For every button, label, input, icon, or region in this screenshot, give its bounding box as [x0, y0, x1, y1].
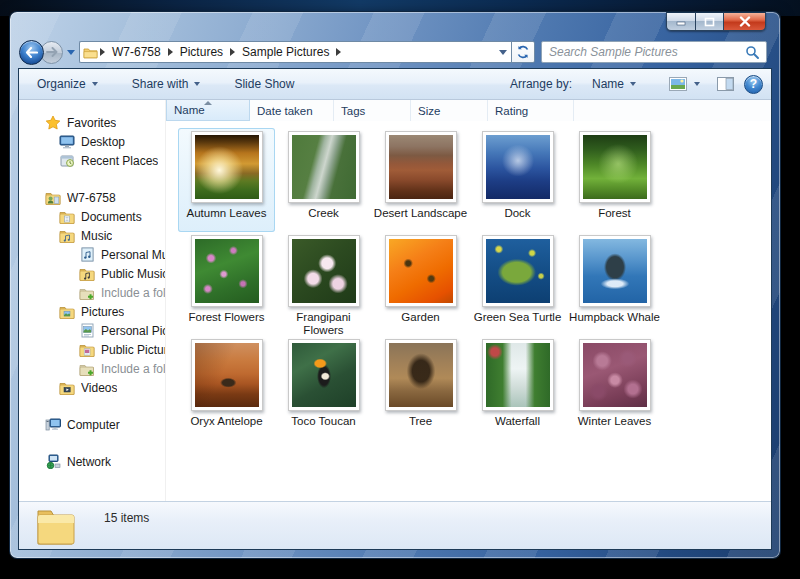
sidebar-item-recent-places[interactable]: Recent Places: [19, 151, 165, 170]
network-icon: [45, 454, 61, 470]
sidebar-item-network[interactable]: Network: [19, 452, 165, 471]
folder-note-icon: [79, 266, 95, 282]
arrange-by-label: Arrange by:: [510, 77, 572, 91]
file-item-label: Forest: [598, 207, 631, 220]
toolbar-button-share-with[interactable]: Share with: [122, 72, 211, 96]
file-item-tree[interactable]: Tree: [372, 336, 469, 440]
thumbnail-image: [389, 135, 453, 199]
search-input[interactable]: [542, 45, 745, 59]
sidebar-item-include-a-folder[interactable]: Include a folder...: [19, 359, 165, 378]
file-item-frangipani-flowers[interactable]: Frangipani Flowers: [275, 232, 372, 336]
sidebar-item-w7-6758[interactable]: W7-6758: [19, 188, 165, 207]
toolbar-button-organize[interactable]: Organize: [27, 72, 108, 96]
file-item-forest-flowers[interactable]: Forest Flowers: [178, 232, 275, 336]
arrange-by-dropdown[interactable]: Name: [582, 72, 646, 96]
back-arrow-icon: [25, 47, 38, 58]
status-bar: 15 items: [19, 501, 771, 549]
toolbar-left-buttons: OrganizeShare withSlide Show: [27, 72, 304, 96]
file-item-label: Forest Flowers: [188, 311, 264, 324]
breadcrumb-segments: W7-6758PicturesSample Pictures: [98, 43, 343, 61]
sidebar-item-pictures[interactable]: Pictures: [19, 302, 165, 321]
back-button[interactable]: [19, 40, 44, 65]
window-controls: [666, 12, 766, 31]
sidebar-item-favorites[interactable]: Favorites: [19, 113, 165, 132]
help-button[interactable]: ?: [744, 75, 763, 94]
search-box: [541, 41, 767, 63]
sidebar-item-public-music[interactable]: Public Music: [19, 264, 165, 283]
sidebar-item-documents[interactable]: Documents: [19, 207, 165, 226]
column-header-size[interactable]: Size: [411, 100, 488, 121]
file-item-oryx-antelope[interactable]: Oryx Antelope: [178, 336, 275, 440]
column-header-rating[interactable]: Rating: [488, 100, 574, 121]
thumbnail-image: [195, 343, 259, 407]
file-item-label: Winter Leaves: [578, 415, 652, 428]
breadcrumb-item-label: W7-6758: [107, 43, 166, 61]
sidebar-item-label: Desktop: [81, 135, 125, 149]
toolbar-button-slide-show[interactable]: Slide Show: [224, 72, 304, 96]
file-item-label: Dock: [504, 207, 530, 220]
folder-video-icon: [59, 380, 75, 396]
sidebar-item-personal-pictures[interactable]: Personal Pictures: [19, 321, 165, 340]
file-item-label: Garden: [401, 311, 439, 324]
recent-pages-dropdown[interactable]: [64, 50, 77, 55]
sidebar-item-public-pictures[interactable]: Public Pictures: [19, 340, 165, 359]
breadcrumb-item[interactable]: Pictures: [175, 43, 228, 61]
forward-arrow-icon: [46, 47, 58, 57]
sidebar-item-personal-music[interactable]: Personal Music: [19, 245, 165, 264]
file-item-label: Waterfall: [495, 415, 540, 428]
navigation-pane: FavoritesDesktopRecent PlacesW7-6758Docu…: [19, 100, 166, 501]
close-button[interactable]: [723, 12, 766, 31]
thumbnail-image: [583, 239, 647, 303]
address-bar: W7-6758PicturesSample Pictures: [19, 39, 767, 65]
file-item-label: Tree: [409, 415, 432, 428]
preview-pane-icon: [717, 77, 734, 91]
change-view-button[interactable]: [662, 73, 707, 95]
column-header-label: Name: [174, 104, 205, 116]
column-header-tags[interactable]: Tags: [334, 100, 411, 121]
sidebar-item-desktop[interactable]: Desktop: [19, 132, 165, 151]
breadcrumb-item[interactable]: Sample Pictures: [237, 43, 334, 61]
maximize-button[interactable]: [695, 12, 723, 31]
file-item-waterfall[interactable]: Waterfall: [469, 336, 566, 440]
refresh-button[interactable]: [511, 41, 535, 63]
column-header-date-taken[interactable]: Date taken: [250, 100, 334, 121]
sidebar-item-include-a-folder[interactable]: Include a folder...: [19, 283, 165, 302]
sidebar-item-label: Public Music: [101, 267, 165, 281]
minimize-button[interactable]: [666, 12, 695, 31]
sidebar-item-music[interactable]: Music: [19, 226, 165, 245]
breadcrumb-item[interactable]: W7-6758: [107, 43, 166, 61]
thumbnail-image: [583, 135, 647, 199]
breadcrumb-arrow-icon[interactable]: [336, 48, 341, 56]
sidebar-item-label: Public Pictures: [101, 343, 165, 357]
file-item-desert-landscape[interactable]: Desert Landscape: [372, 128, 469, 232]
folder-music-icon: [59, 228, 75, 244]
column-header-name[interactable]: Name: [166, 100, 250, 121]
breadcrumb-arrow-icon: [168, 48, 173, 56]
file-item-humpback-whale[interactable]: Humpback Whale: [566, 232, 663, 336]
folder-pic-icon: [59, 304, 75, 320]
preview-pane-button[interactable]: [717, 77, 734, 91]
search-icon[interactable]: [745, 45, 760, 60]
breadcrumb[interactable]: W7-6758PicturesSample Pictures: [79, 41, 511, 63]
file-item-garden[interactable]: Garden: [372, 232, 469, 336]
thumbnail-frame: [191, 339, 263, 411]
breadcrumb-arrow-icon: [230, 48, 235, 56]
title-bar[interactable]: [10, 12, 780, 38]
file-item-toco-toucan[interactable]: Toco Toucan: [275, 336, 372, 440]
sidebar-item-label: Include a folder...: [101, 286, 165, 300]
folder-icon: [83, 46, 98, 59]
address-dropdown-icon[interactable]: [499, 50, 507, 55]
file-item-dock[interactable]: Dock: [469, 128, 566, 232]
sidebar-item-videos[interactable]: Videos: [19, 378, 165, 397]
main-area: FavoritesDesktopRecent PlacesW7-6758Docu…: [19, 100, 771, 501]
file-item-label: Frangipani Flowers: [276, 311, 371, 337]
sidebar-item-computer[interactable]: Computer: [19, 415, 165, 434]
thumbnail-frame: [385, 339, 457, 411]
file-item-green-sea-turtle[interactable]: Green Sea Turtle: [469, 232, 566, 336]
computer-icon: [45, 417, 61, 433]
help-icon: ?: [750, 77, 757, 91]
file-item-autumn-leaves[interactable]: Autumn Leaves: [178, 128, 275, 232]
file-item-winter-leaves[interactable]: Winter Leaves: [566, 336, 663, 440]
file-item-creek[interactable]: Creek: [275, 128, 372, 232]
file-item-forest[interactable]: Forest: [566, 128, 663, 232]
